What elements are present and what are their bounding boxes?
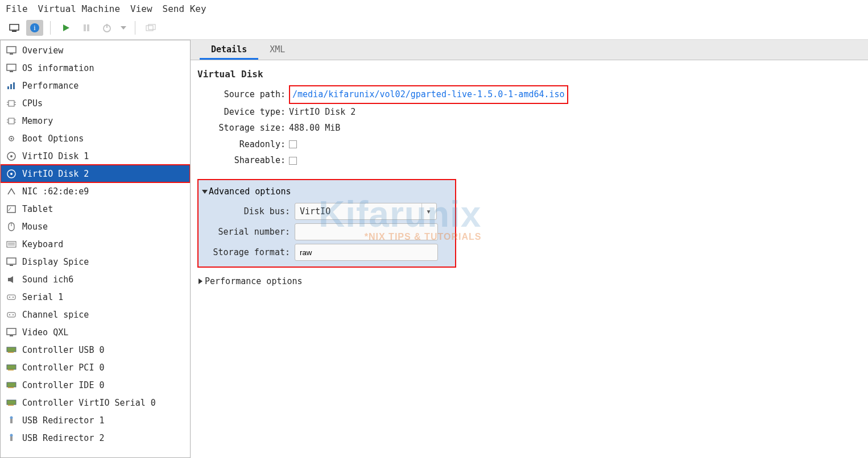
sidebar-item-label: Mouse	[22, 222, 48, 232]
sidebar-item-tablet[interactable]: Tablet	[1, 200, 190, 218]
disk-bus-label: Disk bus:	[202, 203, 290, 220]
sidebar-item-label: Sound ich6	[22, 274, 73, 285]
monitor-icon	[5, 63, 18, 74]
sidebar-item-controller-pci-0[interactable]: Controller PCI 0	[1, 359, 190, 376]
separator	[50, 21, 51, 35]
device-type-label: Device type:	[197, 104, 286, 120]
sidebar-item-label: Controller IDE 0	[22, 380, 105, 390]
monitor-icon	[5, 327, 18, 338]
advanced-options-section: Advanced options Disk bus: VirtIO ▾ Seri…	[197, 179, 456, 268]
sidebar-item-display-spice[interactable]: Display Spice	[1, 253, 190, 270]
sidebar-item-channel-spice[interactable]: Channel spice	[1, 306, 190, 323]
svg-rect-8	[146, 26, 153, 31]
disk-bus-value: VirtIO	[300, 203, 330, 220]
sidebar-item-label: Memory	[22, 116, 53, 126]
svg-point-46	[9, 314, 10, 315]
sidebar-item-performance[interactable]: Performance	[1, 77, 190, 94]
sidebar-item-controller-ide-0[interactable]: Controller IDE 0	[1, 376, 190, 394]
menu-virtual-machine[interactable]: Virtual Machine	[38, 3, 121, 14]
monitor-icon	[5, 256, 18, 268]
svg-rect-48	[7, 328, 16, 335]
sidebar-item-sound-ich6[interactable]: Sound ich6	[1, 270, 190, 288]
performance-options-toggle[interactable]: Performance options	[205, 276, 303, 286]
port-icon	[5, 292, 18, 303]
power-button[interactable]	[98, 20, 115, 36]
serial-number-input[interactable]	[295, 223, 438, 240]
sidebar-item-mouse[interactable]: Mouse	[1, 218, 190, 235]
sidebar-item-controller-virtio-serial-0[interactable]: Controller VirtIO Serial 0	[1, 394, 190, 411]
storage-size-label: Storage size:	[197, 120, 286, 136]
svg-point-58	[10, 416, 13, 419]
sidebar-item-overview[interactable]: Overview	[1, 41, 190, 59]
menubar[interactable]: File Virtual Machine View Send Key	[0, 0, 868, 19]
svg-rect-9	[148, 24, 155, 30]
menu-view[interactable]: View	[130, 3, 152, 14]
sidebar-item-usb-redirector-1[interactable]: USB Redirector 1	[1, 411, 190, 429]
usb-icon	[5, 415, 18, 426]
svg-rect-11	[10, 53, 13, 55]
svg-rect-57	[8, 405, 14, 406]
svg-point-60	[10, 434, 13, 436]
sidebar-item-controller-usb-0[interactable]: Controller USB 0	[1, 341, 190, 359]
source-path-value[interactable]: /media/kifarunix/vol02/gparted-live-1.5.…	[289, 85, 568, 104]
svg-point-32	[10, 173, 13, 175]
svg-rect-15	[10, 84, 12, 89]
hardware-sidebar[interactable]: OverviewOS informationPerformanceCPUsMem…	[0, 40, 191, 458]
readonly-checkbox[interactable]	[289, 140, 297, 148]
storage-format-input[interactable]	[295, 244, 438, 261]
power-menu-button[interactable]	[119, 20, 128, 36]
separator	[135, 21, 135, 35]
svg-rect-54	[7, 382, 16, 387]
advanced-options-title[interactable]: Advanced options	[209, 186, 291, 197]
sidebar-item-virtio-disk-2[interactable]: VirtIO Disk 2	[1, 165, 190, 182]
console-button[interactable]	[6, 20, 23, 36]
svg-rect-12	[7, 64, 16, 70]
sidebar-item-label: Controller PCI 0	[22, 363, 105, 373]
sidebar-item-keyboard[interactable]: Keyboard	[1, 235, 190, 253]
sidebar-item-virtio-disk-1[interactable]: VirtIO Disk 1	[1, 147, 190, 165]
sidebar-item-label: USB Redirector 2	[22, 433, 105, 443]
disk-bus-select[interactable]: VirtIO ▾	[295, 203, 437, 220]
pause-button[interactable]	[78, 20, 95, 36]
serial-number-label: Serial number:	[202, 224, 290, 240]
svg-rect-14	[7, 86, 9, 89]
card-icon	[5, 380, 18, 391]
run-button[interactable]	[57, 20, 75, 36]
svg-rect-41	[8, 278, 10, 281]
svg-rect-7	[106, 24, 108, 28]
chip-icon	[5, 98, 18, 109]
tab-details[interactable]: Details	[200, 40, 258, 60]
storage-format-label: Storage format:	[202, 244, 290, 261]
card-icon	[5, 397, 18, 409]
sidebar-item-label: Keyboard	[22, 239, 63, 249]
info-button[interactable]: i	[26, 20, 43, 36]
tab-xml[interactable]: XML	[258, 40, 296, 60]
shareable-label: Shareable:	[197, 152, 286, 169]
source-path-label: Source path:	[197, 86, 286, 103]
svg-rect-39	[7, 258, 16, 264]
sidebar-item-os-information[interactable]: OS information	[1, 59, 190, 77]
sidebar-item-cpus[interactable]: CPUs	[1, 94, 190, 112]
sidebar-item-label: Overview	[22, 45, 63, 56]
sidebar-item-nic-62-de-e9[interactable]: NIC :62:de:e9	[1, 182, 190, 200]
sidebar-item-memory[interactable]: Memory	[1, 112, 190, 130]
sidebar-item-video-qxl[interactable]: Video QXL	[1, 323, 190, 341]
shareable-checkbox[interactable]	[289, 157, 297, 165]
sidebar-item-boot-options[interactable]: Boot Options	[1, 130, 190, 147]
svg-rect-5	[87, 24, 89, 31]
card-icon	[5, 344, 18, 356]
menu-send-key[interactable]: Send Key	[163, 3, 206, 14]
svg-rect-10	[7, 47, 16, 53]
svg-point-43	[9, 297, 10, 298]
device-type-value: VirtIO Disk 2	[289, 104, 356, 120]
menu-file[interactable]: File	[6, 3, 28, 14]
svg-rect-49	[10, 335, 13, 336]
sidebar-item-serial-1[interactable]: Serial 1	[1, 288, 190, 306]
sidebar-item-usb-redirector-2[interactable]: USB Redirector 2	[1, 429, 190, 447]
port-icon	[5, 309, 18, 320]
sidebar-item-label: OS information	[22, 63, 94, 73]
chevron-down-icon[interactable]	[202, 190, 208, 194]
snapshots-button[interactable]	[142, 20, 159, 36]
mouse-icon	[5, 221, 18, 232]
chevron-right-icon[interactable]	[199, 278, 202, 284]
